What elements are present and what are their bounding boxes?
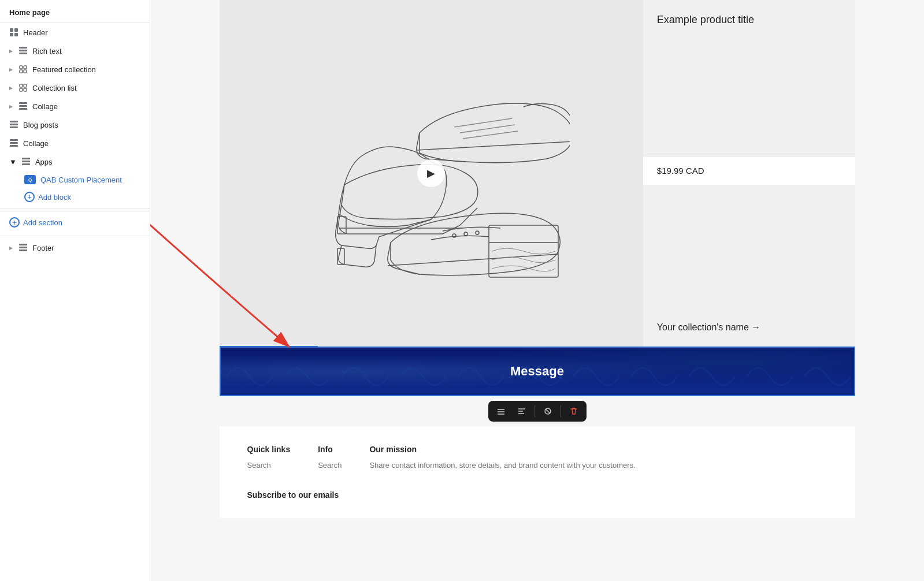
sidebar-label-collage2: Collage (23, 139, 140, 148)
footer-col-quick-links: Quick links Search (247, 445, 291, 472)
qab-toolbar-inner (488, 401, 587, 422)
sidebar-label-collage1: Collage (32, 102, 140, 111)
footer-col-heading-info: Info (318, 445, 342, 454)
toolbar-move-down-btn[interactable] (514, 403, 530, 419)
grid3-icon-footer (18, 243, 28, 252)
product-title: Example product title (657, 14, 754, 26)
footer-subscribe: Subscribe to our emails (247, 490, 827, 500)
qab-icon: Q (24, 175, 36, 184)
add-block-plus-icon: + (24, 192, 35, 202)
qab-banner: Message (220, 347, 855, 396)
svg-point-14 (476, 231, 479, 234)
sidebar-divider2 (0, 236, 150, 236)
sidebar-label-qab: QAB Custom Placement (40, 176, 122, 184)
sidebar-item-header[interactable]: Header (0, 23, 150, 42)
toolbar-delete-btn[interactable] (566, 403, 582, 419)
svg-point-13 (464, 232, 467, 236)
svg-line-11 (463, 131, 518, 139)
grid3-icon-rt (18, 46, 28, 55)
sidebar-item-footer[interactable]: Footer (0, 239, 150, 257)
grid3-icon-apps (21, 157, 31, 166)
add-block-label: Add block (38, 193, 71, 202)
footer-link-search-2[interactable]: Search (318, 461, 342, 470)
sidebar-label-header: Header (23, 28, 140, 37)
toolbar-divider2 (561, 405, 561, 417)
footer-mission-text: Share contact information, store details… (369, 461, 635, 470)
svg-rect-7 (24, 88, 27, 91)
tag-icon-fc (18, 65, 28, 74)
sidebar-title: Home page (0, 0, 150, 23)
sidebar-item-apps[interactable]: Apps (0, 152, 150, 171)
grid-icon (9, 28, 18, 37)
svg-line-10 (460, 125, 515, 133)
sidebar-item-collage2[interactable]: Collage (0, 134, 150, 152)
sidebar-label-collection-list: Collection list (32, 84, 140, 92)
featured-section: ▶ Example product title $19.99 CAD Your … (220, 0, 855, 347)
sidebar-label-footer: Footer (32, 244, 140, 252)
sidebar-label-apps: Apps (35, 158, 140, 166)
add-section-label: Add section (23, 218, 62, 227)
sidebar-item-qab[interactable]: Q QAB Custom Placement (0, 171, 150, 188)
sidebar-label-featured-collection: Featured collection (32, 65, 140, 74)
svg-rect-1 (20, 70, 23, 73)
product-price: $19.99 CAD (643, 156, 855, 185)
add-block-button[interactable]: + Add block (0, 188, 150, 206)
grid3-icon-c2 (9, 139, 18, 148)
toolbar-divider (535, 405, 535, 417)
footer-col-heading-quick: Quick links (247, 445, 291, 454)
svg-rect-0 (20, 66, 23, 69)
grid3-icon-c1 (18, 102, 28, 111)
qab-section: QAB Custom Placement Message (220, 347, 855, 426)
svg-rect-2 (24, 66, 27, 69)
sidebar-divider (0, 208, 150, 208)
featured-side: Example product title $19.99 CAD Your co… (643, 0, 855, 347)
qab-message: Message (510, 364, 564, 379)
toolbar-move-up-btn[interactable] (493, 403, 509, 419)
product-card: Example product title (643, 0, 855, 156)
sidebar-item-rich-text[interactable]: Rich text (0, 42, 150, 60)
tag-icon-cl (18, 83, 28, 92)
svg-rect-5 (20, 88, 23, 91)
svg-rect-3 (24, 70, 27, 73)
featured-image: ▶ (220, 0, 643, 347)
main-content: ▶ Example product title $19.99 CAD Your … (150, 0, 924, 581)
sidebar-item-collection-list[interactable]: Collection list (0, 79, 150, 97)
footer-col-heading-mission: Our mission (369, 445, 635, 454)
sidebar-label-blog-posts: Blog posts (23, 121, 140, 129)
collection-card: Your collection's name → (643, 185, 855, 347)
footer-link-search-1[interactable]: Search (247, 461, 291, 470)
footer-section: Quick links Search Info Search Our missi… (220, 426, 855, 518)
footer-subscribe-heading: Subscribe to our emails (247, 490, 827, 500)
sidebar-item-collage1[interactable]: Collage (0, 97, 150, 116)
add-section-button[interactable]: + Add section (0, 211, 150, 233)
svg-line-28 (546, 409, 550, 414)
toolbar-hide-btn[interactable] (540, 403, 556, 419)
svg-line-9 (454, 118, 512, 127)
sidebar: Home page Header Rich text Featured coll… (0, 0, 150, 581)
sidebar-label-rich-text: Rich text (32, 47, 140, 55)
canvas: ▶ Example product title $19.99 CAD Your … (220, 0, 855, 518)
footer-col-info: Info Search (318, 445, 342, 472)
grid3-icon-bp (9, 120, 18, 129)
footer-col-mission: Our mission Share contact information, s… (369, 445, 635, 472)
svg-rect-4 (20, 84, 23, 87)
footer-cols: Quick links Search Info Search Our missi… (247, 445, 827, 472)
qab-toolbar (220, 396, 855, 426)
sidebar-item-featured-collection[interactable]: Featured collection (0, 60, 150, 79)
add-section-plus-icon: + (9, 217, 20, 228)
svg-rect-6 (24, 84, 27, 87)
collection-link: Your collection's name → (657, 322, 760, 333)
sidebar-item-blog-posts[interactable]: Blog posts (0, 116, 150, 134)
play-button[interactable]: ▶ (417, 159, 445, 187)
